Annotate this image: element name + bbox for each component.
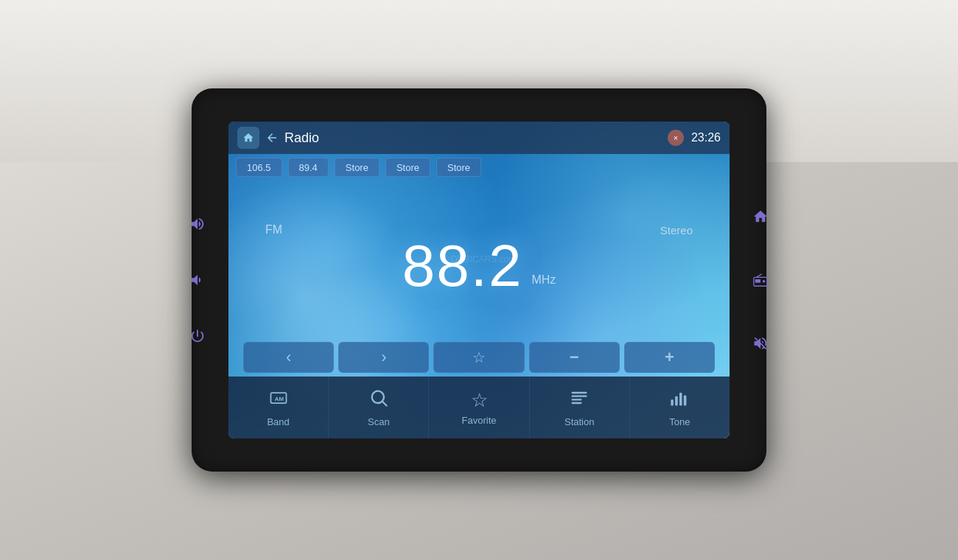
band-label: FM — [265, 223, 282, 237]
favorite-toggle-button[interactable]: ☆ — [433, 342, 524, 373]
preset-button-3[interactable]: Store — [335, 158, 380, 177]
tune-bar: ‹ › ☆ − + — [228, 338, 730, 377]
screen: Radio × 23:26 106.5 89.4 Store Store Sto… — [228, 122, 730, 438]
side-buttons-left — [184, 211, 211, 349]
svg-rect-5 — [679, 393, 682, 406]
radio-physical-button[interactable] — [747, 267, 774, 293]
svg-rect-3 — [671, 399, 674, 405]
nav-band[interactable]: AM Band — [228, 377, 329, 438]
svg-text:AM: AM — [274, 396, 284, 402]
close-icon: × — [674, 133, 678, 142]
preset-button-2[interactable]: 89.4 — [288, 158, 329, 177]
volume-up-button[interactable] — [184, 211, 211, 237]
dash-unit: Radio × 23:26 106.5 89.4 Store Store Sto… — [192, 88, 766, 472]
scan-label: Scan — [368, 416, 390, 427]
tune-prev-button[interactable]: ‹ — [243, 342, 334, 373]
preset-button-5[interactable]: Store — [436, 158, 481, 177]
favorite-icon: ☆ — [471, 389, 488, 412]
band-icon: AM — [268, 388, 289, 413]
nav-station[interactable]: Station — [530, 377, 630, 438]
frequency-unit: MHz — [531, 273, 556, 287]
mute-physical-button[interactable] — [747, 330, 774, 357]
top-bar-right: × 23:26 — [668, 130, 721, 146]
home-button[interactable] — [237, 127, 259, 149]
star-icon: ☆ — [472, 349, 486, 366]
preset-bar: 106.5 89.4 Store Store Store — [228, 154, 730, 181]
frequency-up-button[interactable]: + — [624, 342, 715, 373]
tune-next-button[interactable]: › — [338, 342, 429, 373]
home-physical-button[interactable] — [747, 203, 774, 230]
screen-title: Radio — [284, 130, 319, 146]
time-display: 23:26 — [691, 131, 721, 144]
stereo-label: Stereo — [660, 224, 693, 237]
top-bar-left: Radio — [237, 127, 319, 149]
frequency-down-button[interactable]: − — [529, 342, 620, 373]
tone-icon — [669, 388, 690, 413]
top-bar: Radio × 23:26 — [228, 122, 730, 154]
chevron-right-icon: › — [381, 348, 386, 367]
scan-icon — [368, 388, 389, 413]
minus-icon: − — [570, 348, 579, 367]
tone-label: Tone — [669, 416, 690, 427]
station-icon — [569, 388, 590, 413]
volume-down-button[interactable] — [184, 267, 211, 293]
scene: Radio × 23:26 106.5 89.4 Store Store Sto… — [0, 0, 958, 560]
bottom-nav: AM Band Scan ☆ Favor — [228, 377, 730, 438]
band-label-nav: Band — [267, 416, 289, 427]
frequency-area: © DUBICARS.com FM Stereo 88.2 MHz — [228, 181, 730, 338]
frequency-display: 88.2 — [402, 237, 523, 295]
chevron-left-icon: ‹ — [286, 348, 291, 367]
plus-icon: + — [665, 348, 674, 367]
back-button[interactable] — [265, 131, 279, 144]
nav-favorite[interactable]: ☆ Favorite — [429, 377, 529, 438]
power-button[interactable] — [184, 323, 211, 349]
nav-scan[interactable]: Scan — [329, 377, 429, 438]
svg-point-8 — [763, 280, 766, 283]
nav-tone[interactable]: Tone — [630, 377, 730, 438]
close-button[interactable]: × — [668, 130, 684, 146]
side-buttons-right — [747, 203, 774, 357]
favorite-label: Favorite — [462, 415, 497, 426]
svg-rect-6 — [684, 396, 687, 406]
station-label: Station — [564, 416, 594, 427]
preset-button-1[interactable]: 106.5 — [236, 158, 282, 177]
preset-button-4[interactable]: Store — [385, 158, 430, 177]
svg-rect-9 — [755, 279, 761, 283]
svg-rect-4 — [676, 396, 679, 406]
